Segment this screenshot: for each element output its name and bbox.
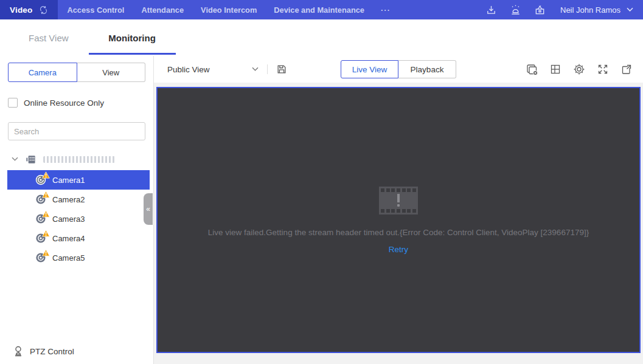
camera-tree-item[interactable]: Camera5 <box>7 248 150 267</box>
video-stage: Live view failed.Getting the stream head… <box>154 83 643 364</box>
warning-badge-icon <box>42 249 50 256</box>
camera-tree-item[interactable]: Camera4 <box>7 228 150 248</box>
camera-label: Camera3 <box>52 215 85 224</box>
video-tile[interactable]: Live view failed.Getting the stream head… <box>156 87 641 353</box>
camera-label: Camera1 <box>52 176 85 185</box>
monitoring-main: Public View Live View Playback <box>154 56 643 364</box>
ptz-control-button[interactable]: PTZ Control <box>12 345 74 357</box>
camera-tree-item[interactable]: Camera1 <box>7 170 150 190</box>
encoding-device-icon <box>25 154 36 165</box>
page-body: Camera View Online Resource Only <box>0 56 643 364</box>
ptz-control-label: PTZ Control <box>30 347 74 356</box>
joystick-icon <box>12 345 24 357</box>
camera-icon <box>35 174 47 186</box>
maintenance-toolbox-icon[interactable] <box>527 4 552 16</box>
monitoring-toolbar: Public View Live View Playback <box>154 56 643 83</box>
active-module-video[interactable]: Video <box>0 0 58 19</box>
window-division-icon[interactable] <box>547 61 563 77</box>
camera-label: Camera5 <box>52 253 85 263</box>
warning-badge-icon <box>42 191 50 198</box>
toolbar-divider <box>267 64 268 74</box>
app-window: Video Access Control Attendance Video In… <box>0 0 643 364</box>
camera-label: Camera4 <box>52 234 85 243</box>
tab-fast-view[interactable]: Fast View <box>29 33 69 43</box>
mode-switch: Live View Playback <box>341 60 456 78</box>
tab-view[interactable]: View <box>77 63 146 82</box>
video-error-icon <box>379 187 418 215</box>
online-resource-label: Online Resource Only <box>24 98 104 108</box>
nav-item-device-maintenance[interactable]: Device and Maintenance <box>266 5 372 15</box>
nav-right-group: Neil John Ramos <box>479 4 643 16</box>
device-name-redacted <box>43 156 115 163</box>
retry-link[interactable]: Retry <box>389 245 408 254</box>
search-input[interactable] <box>8 122 145 140</box>
active-module-label: Video <box>10 5 33 15</box>
save-view-icon[interactable] <box>276 64 287 75</box>
resource-sidebar: Camera View Online Resource Only <box>0 56 154 364</box>
nav-more-button[interactable]: ⋯ <box>374 4 396 16</box>
online-resource-checkbox[interactable] <box>8 98 18 108</box>
online-resource-only-row[interactable]: Online Resource Only <box>8 98 145 108</box>
view-selector-value: Public View <box>167 65 210 74</box>
chevron-down-icon <box>252 67 259 72</box>
nav-item-attendance[interactable]: Attendance <box>134 5 191 15</box>
camera-tree-item[interactable]: Camera2 <box>7 190 150 209</box>
download-icon[interactable] <box>479 4 503 16</box>
view-selector-dropdown[interactable]: Public View <box>167 65 259 74</box>
open-window-icon[interactable] <box>619 61 634 77</box>
exclamation-mark <box>397 194 400 207</box>
close-all-icon[interactable] <box>524 61 540 77</box>
tab-camera[interactable]: Camera <box>8 63 77 82</box>
toolbar-right-icons <box>524 61 634 77</box>
tab-monitoring[interactable]: Monitoring <box>89 19 176 56</box>
user-menu[interactable]: Neil John Ramos <box>560 5 633 15</box>
tab-monitoring-label: Monitoring <box>108 33 155 43</box>
nav-item-access-control[interactable]: Access Control <box>60 5 132 15</box>
top-nav-bar: Video Access Control Attendance Video In… <box>0 0 643 19</box>
playback-button[interactable]: Playback <box>398 60 456 78</box>
warning-badge-icon <box>42 171 50 179</box>
camera-tree-item[interactable]: Camera3 <box>7 209 150 228</box>
camera-icon <box>35 252 47 264</box>
camera-icon <box>35 232 47 244</box>
switch-module-icon[interactable] <box>38 5 49 15</box>
live-view-button[interactable]: Live View <box>341 60 398 78</box>
camera-icon <box>35 213 47 225</box>
camera-icon <box>35 193 47 205</box>
nav-item-video-intercom[interactable]: Video Intercom <box>193 5 264 15</box>
camera-label: Camera2 <box>52 195 85 204</box>
chevron-down-icon <box>627 7 633 12</box>
chevron-down-icon[interactable] <box>12 157 18 162</box>
fullscreen-icon[interactable] <box>595 61 611 77</box>
warning-badge-icon <box>42 210 50 218</box>
sidebar-collapse-handle[interactable]: « <box>144 193 153 225</box>
alarm-icon[interactable] <box>503 4 527 16</box>
resource-tree: Camera1 Camera2 <box>0 150 153 267</box>
user-name: Neil John Ramos <box>560 5 620 15</box>
warning-badge-icon <box>42 230 50 237</box>
view-tabs: Fast View Monitoring <box>0 19 643 56</box>
error-message: Live view failed.Getting the stream head… <box>208 228 589 237</box>
resource-type-switch: Camera View <box>8 63 145 82</box>
settings-gear-icon[interactable] <box>571 61 587 77</box>
collapse-glyph: « <box>146 205 150 213</box>
tree-root-device[interactable] <box>0 150 153 168</box>
